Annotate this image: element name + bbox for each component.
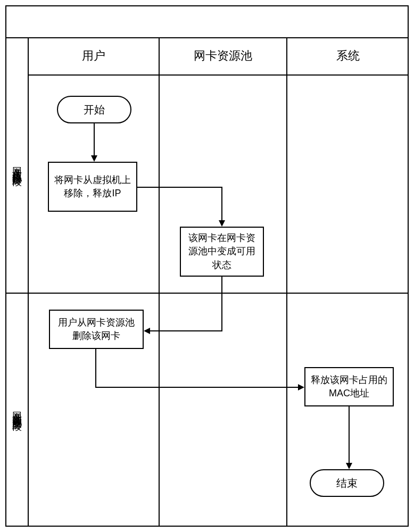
svg-marker-2: [219, 220, 225, 227]
column-divider-1: [159, 37, 160, 526]
phase-column-divider: [28, 37, 29, 526]
svg-marker-4: [298, 384, 304, 390]
start-terminator: 开始: [57, 96, 131, 123]
column-header-system: 系统: [287, 37, 409, 74]
column-header-pool: 网卡资源池: [160, 37, 286, 74]
diagram-frame: 用户 网卡资源池 系统 网卡从虚拟机移除阶段 网卡从资源池删除阶段 开始 将网卡…: [5, 5, 409, 527]
remove-from-vm-process: 将网卡从虚拟机上移除，释放IP: [48, 162, 137, 212]
release-mac-process: 释放该网卡占用的MAC地址: [304, 367, 394, 406]
phase-label-2: 网卡从资源池删除阶段: [6, 294, 28, 526]
svg-marker-1: [91, 155, 97, 162]
pool-available-process: 该网卡在网卡资源池中变成可用状态: [180, 227, 264, 277]
column-header-user: 用户: [29, 37, 159, 74]
header-divider: [28, 74, 408, 76]
svg-marker-3: [144, 328, 150, 334]
user-delete-process: 用户从网卡资源池删除该网卡: [49, 310, 144, 349]
phase-label-1: 网卡从虚拟机移除阶段: [6, 37, 28, 293]
phase-divider: [6, 293, 408, 294]
end-terminator: 结束: [310, 469, 384, 497]
svg-marker-6: [346, 463, 352, 469]
column-divider-2: [286, 37, 287, 526]
